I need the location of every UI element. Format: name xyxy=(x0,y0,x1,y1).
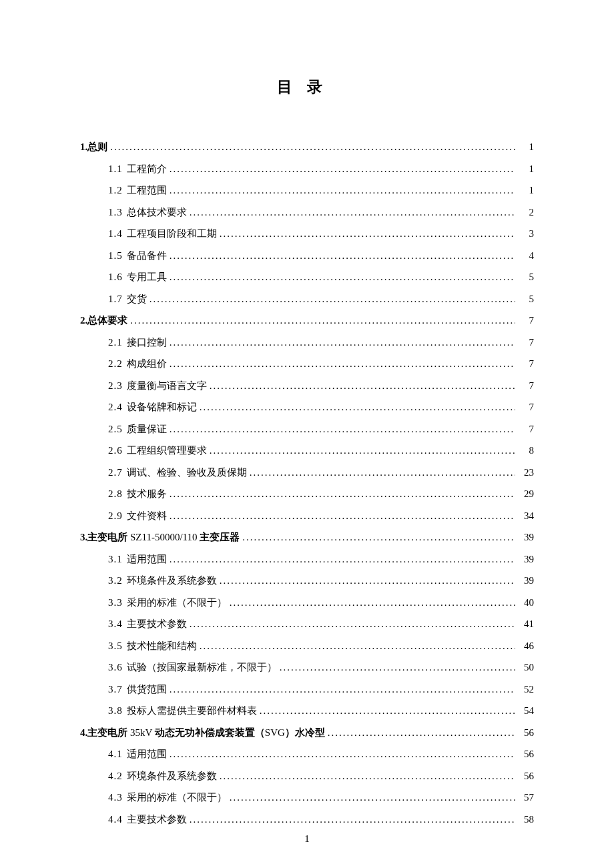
toc-entry-page: 5 xyxy=(515,268,534,287)
toc-leader-dots: ........................................… xyxy=(240,528,515,547)
toc-entry-number: 2.3 xyxy=(108,376,123,396)
toc-entry-page: 1 xyxy=(515,181,534,200)
toc-entry-number: 1.7 xyxy=(108,290,123,309)
toc-entry: 4.1适用范围.................................… xyxy=(80,745,534,764)
toc-entry: 2.1接口控制.................................… xyxy=(80,333,534,352)
toc-entry-number: 1.3 xyxy=(108,203,123,222)
toc-entry-page: 56 xyxy=(515,745,534,764)
toc-entry-label: 工程项目阶段和工期 xyxy=(127,224,217,244)
toc-entry-page: 7 xyxy=(515,420,534,439)
toc-entry: 3.3采用的标准（不限于）...........................… xyxy=(80,593,534,612)
toc-entry-number: 2.2 xyxy=(108,354,123,374)
toc-entry-page: 58 xyxy=(515,810,534,829)
toc-entry-page: 39 xyxy=(515,550,534,569)
toc-leader-dots: ........................................… xyxy=(107,137,515,157)
toc-leader-dots: ........................................… xyxy=(167,420,515,439)
toc-leader-dots: ........................................… xyxy=(167,506,515,526)
toc-leader-dots: ........................................… xyxy=(147,290,515,309)
toc-entry-number: 4.3 xyxy=(108,788,123,807)
toc-entry-number: 3.8 xyxy=(108,701,123,721)
toc-entry: 3.1适用范围.................................… xyxy=(80,550,534,569)
toc-entry-page: 1 xyxy=(515,137,534,157)
toc-entry-label: 采用的标准（不限于） xyxy=(127,593,227,612)
toc-entry-label: 调试、检验、验收及质保期 xyxy=(127,463,247,482)
toc-entry-number: 4.1 xyxy=(108,745,123,764)
toc-entry: 2.5质量保证.................................… xyxy=(80,420,534,439)
toc-entry-page: 50 xyxy=(515,658,534,677)
toc-entry-label: 专用工具 xyxy=(127,268,167,287)
toc-entry: 1.2工程范围.................................… xyxy=(80,181,534,200)
toc-leader-dots: ........................................… xyxy=(277,658,515,677)
toc-leader-dots: ........................................… xyxy=(127,311,515,330)
toc-entry-page: 29 xyxy=(515,484,534,504)
toc-entry-number: 4.4 xyxy=(108,810,123,829)
toc-entry-number: 2.6 xyxy=(108,441,123,460)
toc-entry-label: 工程简介 xyxy=(127,159,167,179)
toc-entry-page: 46 xyxy=(515,636,534,656)
toc-entry: 3.6试验（按国家最新标准，不限于）......................… xyxy=(80,658,534,677)
toc-leader-dots: ........................................… xyxy=(247,463,515,482)
toc-leader-dots: ........................................… xyxy=(167,246,515,266)
table-of-contents: 1.总则....................................… xyxy=(80,137,534,829)
toc-entry: 2.6工程组织管理要求.............................… xyxy=(80,441,534,460)
toc-entry-number: 1.5 xyxy=(108,246,123,266)
toc-entry-number: 2.5 xyxy=(108,420,123,439)
toc-entry: 1.总则....................................… xyxy=(80,137,534,157)
toc-entry-label: 总体技术要求 xyxy=(127,203,187,222)
toc-entry-label: 文件资料 xyxy=(127,506,167,526)
toc-entry: 1.6专用工具.................................… xyxy=(80,268,534,287)
toc-entry: 3.7供货范围.................................… xyxy=(80,680,534,699)
toc-entry-label: 总体要求 xyxy=(87,311,127,330)
toc-entry-number: 4.2 xyxy=(108,767,123,786)
toc-entry-label: 环境条件及系统参数 xyxy=(127,767,217,786)
toc-entry-number: 1.2 xyxy=(108,181,123,200)
toc-entry-page: 7 xyxy=(515,354,534,374)
toc-entry: 1.4工程项目阶段和工期............................… xyxy=(80,224,534,244)
toc-entry-page: 41 xyxy=(515,614,534,634)
toc-entry-label: 主要技术参数 xyxy=(127,614,187,634)
toc-entry-page: 40 xyxy=(515,593,534,612)
toc-entry-label: 工程范围 xyxy=(127,181,167,200)
toc-entry: 1.7交货...................................… xyxy=(80,290,534,309)
toc-entry-label: 试验（按国家最新标准，不限于） xyxy=(127,658,277,677)
toc-entry: 1.1工程简介.................................… xyxy=(80,159,534,179)
toc-entry-number: 1.1 xyxy=(108,159,123,179)
toc-entry-number: 2.7 xyxy=(108,463,123,482)
toc-leader-dots: ........................................… xyxy=(227,788,515,807)
toc-entry-label: 适用范围 xyxy=(127,550,167,569)
toc-entry-number: 1. xyxy=(80,137,87,157)
toc-entry-number: 3.4 xyxy=(108,614,123,634)
toc-entry: 2.2构成组价.................................… xyxy=(80,354,534,374)
toc-entry-page: 5 xyxy=(515,290,534,309)
toc-entry-number: 3.6 xyxy=(108,658,123,677)
toc-leader-dots: ........................................… xyxy=(167,745,515,764)
toc-leader-dots: ........................................… xyxy=(167,484,515,504)
toc-entry-label: 度量衡与语言文字 xyxy=(127,376,207,396)
toc-entry-page: 56 xyxy=(515,723,534,743)
toc-entry: 3.2环境条件及系统参数............................… xyxy=(80,571,534,590)
toc-leader-dots: ........................................… xyxy=(167,354,515,374)
toc-entry-page: 3 xyxy=(515,224,534,244)
toc-entry: 4.2环境条件及系统参数............................… xyxy=(80,767,534,786)
toc-entry-page: 57 xyxy=(515,788,534,807)
toc-leader-dots: ........................................… xyxy=(217,224,515,244)
toc-entry-label: 供货范围 xyxy=(127,680,167,699)
toc-entry: 3.5技术性能和结构..............................… xyxy=(80,636,534,656)
toc-entry: 4.4主要技术参数...............................… xyxy=(80,810,534,829)
toc-leader-dots: ........................................… xyxy=(207,376,515,396)
toc-leader-dots: ........................................… xyxy=(167,550,515,569)
toc-entry-number: 1.4 xyxy=(108,224,123,244)
toc-entry: 2.9文件资料.................................… xyxy=(80,506,534,526)
toc-title: 目录 xyxy=(80,77,534,97)
toc-entry-page: 2 xyxy=(515,203,534,222)
toc-entry-label: 交货 xyxy=(127,290,147,309)
toc-leader-dots: ........................................… xyxy=(207,441,515,460)
toc-entry-number: 4. xyxy=(80,723,87,743)
toc-leader-dots: ........................................… xyxy=(227,593,515,612)
toc-entry: 2.3度量衡与语言文字.............................… xyxy=(80,376,534,396)
toc-entry-number: 1.6 xyxy=(108,268,123,287)
toc-entry-number: 2.8 xyxy=(108,484,123,504)
toc-entry-label: 设备铭牌和标记 xyxy=(127,398,197,417)
toc-entry: 2.8技术服务.................................… xyxy=(80,484,534,504)
toc-entry-page: 39 xyxy=(515,571,534,590)
